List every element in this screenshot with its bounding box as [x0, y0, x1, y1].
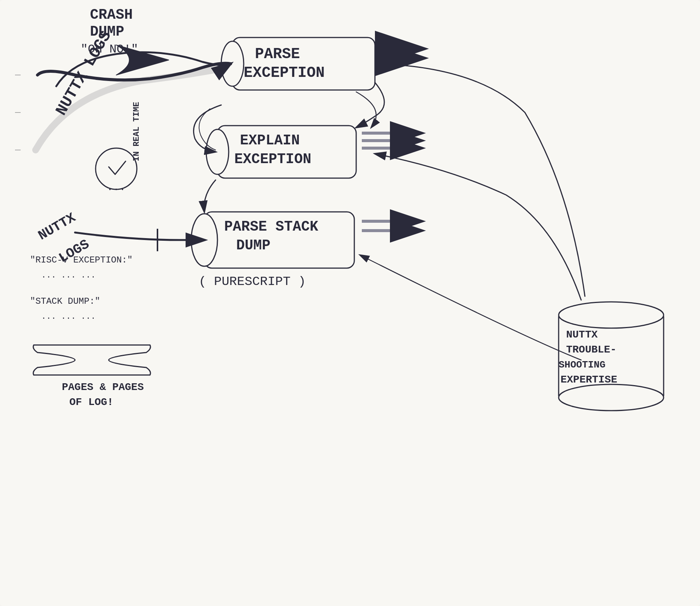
svg-text:• • •: • • •	[108, 187, 124, 193]
purescript-label: ( PURESCRIPT )	[199, 274, 306, 289]
nuttx-expertise-label3: SHOOTING	[559, 359, 606, 370]
crash-dump-label: CRASH	[90, 7, 133, 23]
parse-stack-dump-label2: DUMP	[236, 237, 270, 254]
svg-point-10	[96, 148, 137, 189]
nuttx-expertise-label: NUTTX	[566, 329, 598, 340]
in-real-time-label: IN REAL TIME	[132, 102, 141, 161]
svg-point-6	[206, 129, 229, 174]
explain-exception-label: EXPLAIN	[240, 132, 300, 148]
nuttx-expertise-label4: EXPERTISE	[561, 374, 617, 386]
stack-dump-label: "STACK DUMP:"	[30, 296, 100, 306]
risc-v-dots: ... ... ...	[41, 271, 96, 280]
parse-exception-label2: EXCEPTION	[244, 64, 325, 81]
risc-v-label: "RISC-V EXCEPTION:"	[30, 255, 133, 265]
nuttx-expertise-label2: TROUBLE-	[566, 344, 616, 356]
pages-of-log-label: PAGES & PAGES	[62, 381, 144, 393]
stack-dump-dots: ... ... ...	[41, 312, 96, 321]
svg-point-15	[559, 302, 664, 328]
parse-exception-label: PARSE	[255, 46, 300, 63]
of-log-label: OF LOG!	[69, 396, 114, 408]
explain-exception-label2: EXCEPTION	[234, 151, 311, 167]
parse-stack-dump-label: PARSE STACK	[224, 219, 318, 235]
svg-point-16	[559, 384, 664, 411]
